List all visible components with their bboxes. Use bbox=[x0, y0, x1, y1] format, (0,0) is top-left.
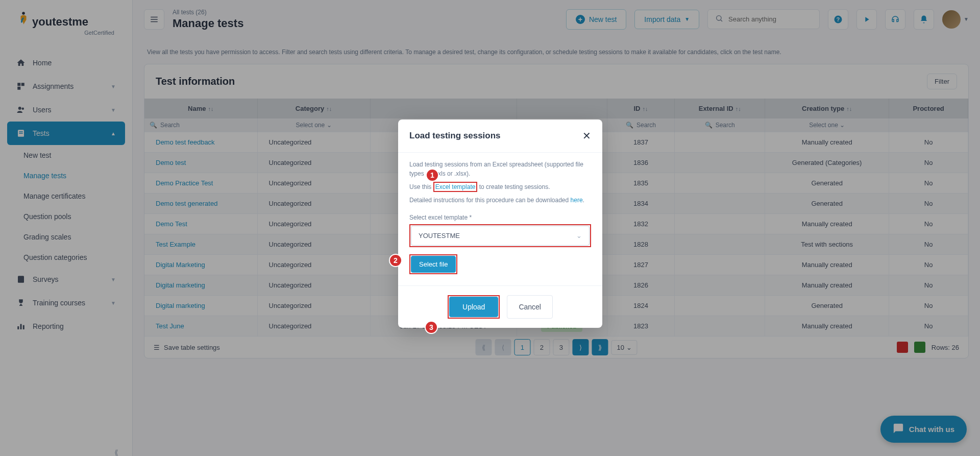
annotation-2: 2 bbox=[389, 254, 402, 267]
template-select[interactable]: YOUTESTME ⌄ bbox=[411, 226, 590, 246]
chevron-down-icon: ⌄ bbox=[576, 232, 582, 239]
modal-text-2: Use this Excel template to create testin… bbox=[409, 182, 591, 191]
modal-text-3: Detailed instructions for this procedure… bbox=[409, 196, 591, 205]
selected-value: YOUTESTME bbox=[419, 232, 460, 239]
select-template-label: Select excel template * bbox=[409, 214, 591, 221]
modal-title: Load testing sessions bbox=[409, 131, 501, 141]
upload-button[interactable]: Upload bbox=[449, 297, 498, 317]
instructions-link[interactable]: here bbox=[571, 197, 583, 204]
select-file-button[interactable]: Select file bbox=[411, 256, 456, 273]
load-sessions-modal: Load testing sessions ✕ Load testing ses… bbox=[398, 119, 602, 328]
close-icon[interactable]: ✕ bbox=[582, 130, 591, 142]
annotation-3: 3 bbox=[425, 321, 438, 334]
excel-template-link[interactable]: Excel template bbox=[433, 182, 478, 192]
annotation-1: 1 bbox=[426, 169, 439, 182]
cancel-button[interactable]: Cancel bbox=[507, 295, 553, 319]
